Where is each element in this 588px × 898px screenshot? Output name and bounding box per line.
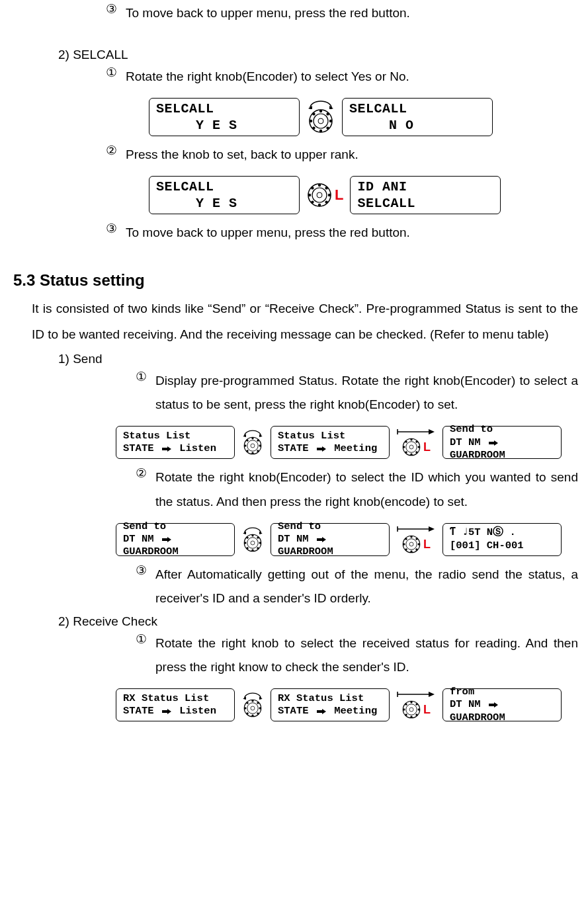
press-indicator: L	[335, 188, 343, 202]
send-lcd-row-2: Send to DT NM GUARDROOM Send to DT NM GU…	[0, 523, 588, 556]
lcd-line1: SELCALL	[349, 101, 485, 117]
lcd-from: from DT NM GUARDROOM	[442, 688, 562, 721]
recv-step-1: ① Rotate the right knob to select the re…	[0, 632, 588, 679]
lcd-line2: DT NM GUARDROOM	[278, 533, 382, 559]
step-text: To move back to upper menu, press the re…	[126, 221, 575, 245]
step-top-3: ③ To move back to upper menu, press the …	[0, 1, 588, 25]
lcd-line1: Status List	[123, 430, 228, 442]
section-para: It is consisted of two kinds like “Send”…	[32, 296, 578, 348]
step-num: ①	[136, 632, 155, 647]
press-indicator: L	[423, 538, 431, 550]
lcd-rx-meeting: RX Status List STATE Meeting	[271, 688, 390, 721]
step-text: Display pre-programmed Status. Rotate th…	[155, 369, 578, 417]
lcd-rx-listen: RX Status List STATE Listen	[116, 688, 235, 721]
lcd-selcall-yes-2: SELCALL Y E S	[149, 176, 300, 214]
arrow-right-icon	[317, 446, 326, 452]
selcall-lcd-row-1: SELCALL Y E S SELCALL N O	[0, 98, 588, 136]
lcd-send-to: Send to DT NM GUARDROOM	[442, 426, 562, 459]
step-text: After Automatically getting out of the m…	[155, 563, 578, 610]
knob-press-icon: L	[396, 428, 436, 457]
lcd-line2: DT NM GUARDROOM	[450, 698, 554, 724]
arrow-right-icon	[162, 446, 171, 452]
lcd-selcall-no: SELCALL N O	[342, 98, 493, 136]
press-indicator: L	[423, 441, 431, 453]
lcd-line2: Y E S	[156, 195, 292, 212]
lcd-line2: STATE Meeting	[278, 442, 382, 455]
lcd-status-listen: Status List STATE Listen	[116, 426, 235, 459]
lcd-line2: SELCALL	[357, 195, 493, 212]
selcall-head: 2) SELCALL	[58, 48, 588, 62]
step-text: Rotate the right knob(Encoder) to select…	[155, 466, 578, 513]
lcd-line1: Send to	[278, 520, 382, 533]
lcd-line2: Y E S	[156, 117, 292, 134]
lcd-line1: RX Status List	[123, 692, 228, 705]
lcd-line1: SELCALL	[156, 101, 292, 117]
lcd-line1: RX Status List	[278, 692, 382, 705]
lcd-line1: Send to	[450, 423, 554, 436]
lcd-status-meeting: Status List STATE Meeting	[271, 426, 390, 459]
lcd-line1: ID ANI	[357, 179, 493, 195]
lcd-line1: Send to	[123, 520, 228, 533]
knob-rotate-icon	[306, 100, 335, 134]
lcd-line1: Ƭ ♩5T NⓈ .	[450, 526, 554, 539]
recv-lcd-row: RX Status List STATE Listen RX Status Li…	[0, 688, 588, 721]
lcd-line1: from	[450, 686, 554, 698]
step-num: ③	[136, 563, 155, 578]
step-num: ③	[106, 221, 126, 236]
knob-rotate-icon	[241, 526, 264, 553]
lcd-send-to-a: Send to DT NM GUARDROOM	[116, 523, 235, 556]
lcd-line2: STATE Listen	[123, 442, 228, 455]
arrow-right-icon	[162, 709, 171, 714]
step-num: ②	[106, 143, 126, 158]
knob-rotate-icon	[241, 429, 264, 456]
send-step-3: ③ After Automatically getting out of the…	[0, 563, 588, 610]
press-indicator: L	[423, 704, 431, 715]
step-num: ①	[136, 369, 155, 384]
lcd-line1: SELCALL	[156, 179, 292, 195]
selcall-lcd-row-2: SELCALL Y E S L ID ANI SELCALL	[0, 176, 588, 214]
lcd-line2: [001] CH-001	[450, 540, 554, 552]
step-text: Press the knob to set, back to upper ran…	[126, 143, 575, 167]
lcd-selcall-yes: SELCALL Y E S	[149, 98, 300, 136]
send-step-1: ① Display pre-programmed Status. Rotate …	[0, 369, 588, 417]
arrow-right-icon	[489, 440, 498, 446]
arrow-right-icon	[489, 702, 498, 708]
section-title: 5.3 Status setting	[13, 271, 588, 290]
selcall-step-2: ② Press the knob to set, back to upper r…	[0, 143, 588, 167]
arrow-right-icon	[162, 537, 171, 542]
step-text: To move back to upper menu, press the re…	[126, 1, 575, 25]
knob-press-icon: L	[396, 525, 436, 554]
step-text: Rotate the right knob to select the rece…	[155, 632, 578, 679]
step-num: ②	[136, 466, 155, 481]
send-head: 1) Send	[58, 352, 588, 366]
lcd-line1: Status List	[278, 430, 382, 442]
step-num: ③	[106, 1, 126, 17]
lcd-line2: N O	[349, 117, 485, 134]
recv-head: 2) Receive Check	[58, 614, 588, 629]
lcd-line2: DT NM GUARDROOM	[123, 533, 228, 559]
lcd-line2: STATE Meeting	[278, 705, 382, 717]
knob-rotate-icon	[241, 692, 264, 718]
send-step-2: ② Rotate the right knob(Encoder) to sele…	[0, 466, 588, 513]
selcall-step-3: ③ To move back to upper menu, press the …	[0, 221, 588, 245]
lcd-line2: STATE Listen	[123, 705, 228, 717]
lcd-line2: DT NM GUARDROOM	[450, 436, 554, 462]
lcd-send-to-b: Send to DT NM GUARDROOM	[271, 523, 390, 556]
lcd-channel: Ƭ ♩5T NⓈ . [001] CH-001	[442, 523, 562, 556]
step-text: Rotate the right knob(Encoder) to select…	[126, 65, 575, 89]
arrow-right-icon	[317, 709, 326, 714]
knob-press-icon: L	[396, 690, 436, 719]
arrow-right-icon	[317, 537, 326, 542]
knob-press-icon: L	[306, 182, 343, 208]
step-num: ①	[106, 65, 126, 80]
send-lcd-row-1: Status List STATE Listen Status List STA…	[0, 426, 588, 459]
lcd-id-ani: ID ANI SELCALL	[350, 176, 501, 214]
selcall-step-1: ① Rotate the right knob(Encoder) to sele…	[0, 65, 588, 89]
